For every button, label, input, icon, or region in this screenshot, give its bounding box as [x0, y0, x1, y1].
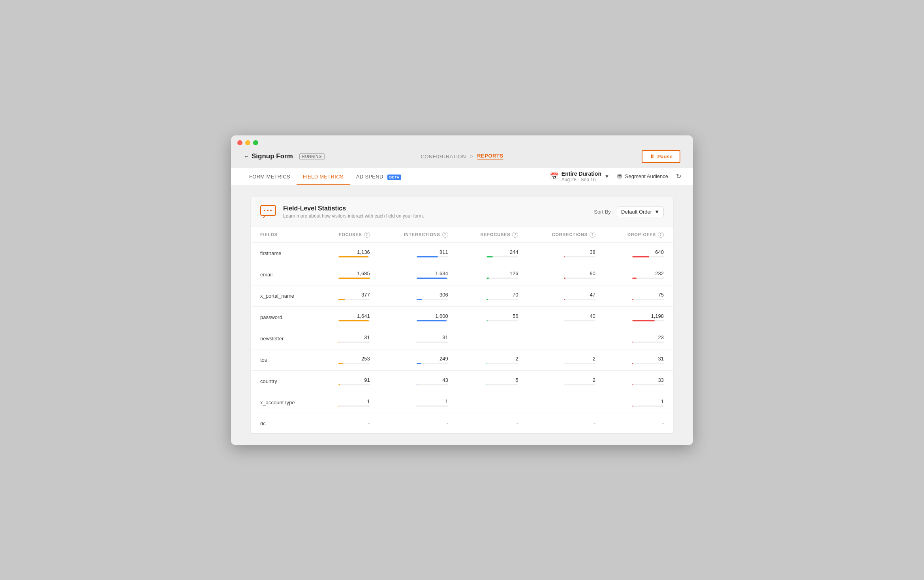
app-title: Signup Form — [252, 152, 293, 160]
segment-label: Segment Audience — [625, 173, 668, 179]
data-cell: 306 — [379, 285, 458, 306]
field-name-cell: password — [251, 306, 317, 328]
data-cell: 1,641 — [317, 306, 379, 328]
data-cell: 1,600 — [379, 306, 458, 328]
data-cell: 232 — [605, 264, 673, 285]
corrections-help-icon[interactable]: ? — [590, 232, 595, 238]
data-cell: 811 — [379, 242, 458, 264]
date-selector[interactable]: 📅 Entire Duration Aug 28 - Sep 16 ▼ — [550, 171, 609, 182]
data-cell: 1,136 — [317, 242, 379, 264]
field-name-cell: dc — [251, 413, 317, 433]
data-cell: 38 — [528, 242, 605, 264]
tabs-bar: FORM METRICS FIELD METRICS AD SPEND BETA… — [231, 168, 693, 185]
data-cell: 2 — [528, 349, 605, 370]
field-name-cell: firstname — [251, 242, 317, 264]
breadcrumb-config[interactable]: CONFIGURATION — [421, 154, 466, 160]
data-cell: - — [458, 413, 528, 433]
calendar-icon: 📅 — [550, 172, 558, 181]
data-cell: 1,198 — [605, 306, 673, 328]
minimize-button[interactable] — [245, 140, 250, 145]
stats-title-block: Field-Level Statistics Learn more about … — [283, 205, 424, 219]
stats-subtitle: Learn more about how visitors interact w… — [283, 213, 424, 219]
pause-label: Pause — [657, 154, 672, 160]
data-cell: 1,685 — [317, 264, 379, 285]
th-interactions: INTERACTIONS ? — [379, 227, 458, 243]
data-cell: 33 — [605, 370, 673, 392]
chevron-down-icon: ▼ — [605, 174, 609, 179]
stats-card: Field-Level Statistics Learn more about … — [251, 197, 673, 433]
data-cell: - — [379, 413, 458, 433]
data-cell: 244 — [458, 242, 528, 264]
field-name-cell: x_accountType — [251, 392, 317, 413]
tab-field-metrics[interactable]: FIELD METRICS — [297, 168, 350, 185]
sort-dropdown[interactable]: Default Order ▼ — [617, 206, 664, 217]
segment-audience-button[interactable]: ⛃ Segment Audience — [617, 173, 668, 180]
field-name-cell: email — [251, 264, 317, 285]
data-cell: 249 — [379, 349, 458, 370]
data-cell: 40 — [528, 306, 605, 328]
tab-form-metrics[interactable]: FORM METRICS — [243, 168, 297, 185]
table-row: dc----- — [251, 413, 673, 433]
refresh-button[interactable]: ↻ — [676, 173, 681, 180]
stats-header: Field-Level Statistics Learn more about … — [251, 197, 673, 227]
stats-header-left: Field-Level Statistics Learn more about … — [260, 205, 424, 219]
sort-area: Sort By : Default Order ▼ — [594, 206, 664, 217]
data-cell: 1 — [605, 392, 673, 413]
data-cell: 1 — [317, 392, 379, 413]
table-row: x_portal_name 377 306 70 47 75 — [251, 285, 673, 306]
data-cell: 2 — [528, 370, 605, 392]
table-header-row: FIELDS FOCUSES ? INTERACTIONS — [251, 227, 673, 243]
data-cell: 23 — [605, 328, 673, 349]
app-window: ← Signup Form RUNNING CONFIGURATION > RE… — [231, 135, 693, 445]
data-cell: - — [528, 392, 605, 413]
th-fields: FIELDS — [251, 227, 317, 243]
close-button[interactable] — [237, 140, 242, 145]
chat-icon — [260, 205, 277, 218]
data-cell: - — [605, 413, 673, 433]
data-cell: 5 — [458, 370, 528, 392]
tab-ad-spend[interactable]: AD SPEND BETA — [350, 168, 408, 185]
data-cell: 1,634 — [379, 264, 458, 285]
refocuses-help-icon[interactable]: ? — [512, 232, 518, 238]
content-area: Field-Level Statistics Learn more about … — [231, 185, 693, 445]
data-cell: 377 — [317, 285, 379, 306]
dropoffs-help-icon[interactable]: ? — [658, 232, 664, 238]
data-cell: 70 — [458, 285, 528, 306]
maximize-button[interactable] — [253, 140, 258, 145]
data-cell: 47 — [528, 285, 605, 306]
data-cell: 31 — [317, 328, 379, 349]
table-row: tos 253 249 2 2 31 — [251, 349, 673, 370]
data-cell: - — [458, 392, 528, 413]
field-name-cell: tos — [251, 349, 317, 370]
data-cell: 31 — [379, 328, 458, 349]
filter-icon: ⛃ — [617, 173, 622, 180]
data-cell: - — [528, 413, 605, 433]
interactions-help-icon[interactable]: ? — [442, 232, 448, 238]
breadcrumb-separator: > — [470, 153, 473, 160]
table-row: email 1,685 1,634 126 90 232 — [251, 264, 673, 285]
toolbar-right: 📅 Entire Duration Aug 28 - Sep 16 ▼ ⛃ Se… — [550, 171, 681, 182]
breadcrumb: CONFIGURATION > REPORTS — [421, 153, 503, 160]
table-row: firstname 1,136 811 244 38 640 — [251, 242, 673, 264]
field-name-cell: country — [251, 370, 317, 392]
data-cell: - — [317, 413, 379, 433]
beta-badge: BETA — [387, 175, 402, 180]
stats-title: Field-Level Statistics — [283, 205, 424, 212]
pause-button[interactable]: ⏸ Pause — [642, 150, 680, 163]
data-cell: 75 — [605, 285, 673, 306]
focuses-help-icon[interactable]: ? — [364, 232, 370, 238]
nav-bar: ← Signup Form RUNNING CONFIGURATION > RE… — [237, 150, 687, 168]
table-row: password 1,641 1,600 56 40 1,198 — [251, 306, 673, 328]
th-refocuses: REFOCUSES ? — [458, 227, 528, 243]
field-name-cell: newsletter — [251, 328, 317, 349]
data-cell: - — [528, 328, 605, 349]
data-cell: 56 — [458, 306, 528, 328]
titlebar: ← Signup Form RUNNING CONFIGURATION > RE… — [231, 135, 693, 168]
table-row: newsletter 31 31 -- 23 — [251, 328, 673, 349]
data-cell: - — [458, 328, 528, 349]
table-row: country 91 43 5 2 33 — [251, 370, 673, 392]
stats-table: FIELDS FOCUSES ? INTERACTIONS — [251, 227, 673, 433]
back-button[interactable]: ← Signup Form RUNNING — [244, 152, 325, 160]
breadcrumb-reports[interactable]: REPORTS — [477, 153, 503, 160]
sort-value: Default Order — [621, 209, 652, 215]
